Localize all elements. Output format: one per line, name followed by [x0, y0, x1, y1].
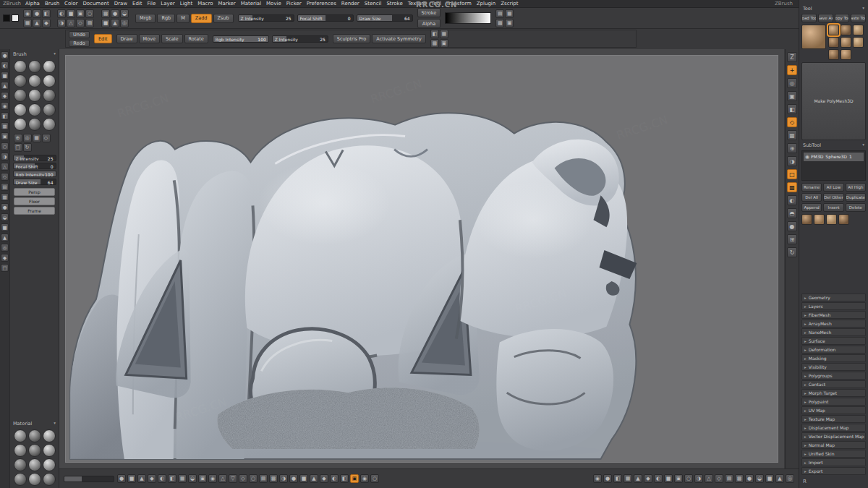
local-transform-icon[interactable]: ⊕ — [787, 143, 797, 153]
subtool-button[interactable]: All Low — [823, 183, 843, 192]
shelf-mini-icon[interactable]: ◒ — [120, 9, 129, 18]
subpalette-row[interactable]: ▸ Geometry — [801, 294, 866, 301]
brush-thumbnail[interactable] — [43, 103, 56, 116]
bottom-shelf-icon[interactable]: ◉ — [360, 474, 369, 483]
brush-shortcut-icon[interactable]: □ — [1, 264, 9, 272]
mode-button[interactable]: Zsub — [213, 14, 234, 23]
menu-item[interactable]: Document — [82, 1, 109, 7]
material-thumbnail[interactable] — [43, 444, 56, 457]
bottom-shelf-icon[interactable]: ◑ — [279, 474, 288, 483]
view-toggle-button[interactable]: Floor — [14, 197, 55, 205]
bottom-shelf-icon[interactable]: ■ — [299, 474, 308, 483]
brush-shortcut-icon[interactable]: ● — [1, 51, 9, 59]
recent-tool-thumbnail[interactable] — [841, 49, 851, 60]
bottom-shelf-icon[interactable]: ◐ — [158, 474, 166, 483]
bottom-shelf-icon[interactable]: ▦ — [178, 474, 187, 483]
tool-file-button[interactable]: Paste Tool — [851, 14, 866, 22]
view-toggle-button[interactable]: Persp — [14, 188, 55, 196]
brush-thumbnail[interactable] — [43, 89, 56, 102]
subtool-button[interactable]: Delete — [846, 203, 866, 212]
recent-tool-thumbnail[interactable] — [828, 37, 839, 48]
brush-shortcut-icon[interactable]: ◧ — [1, 112, 9, 120]
material-thumbnail[interactable] — [28, 429, 41, 442]
subpalette-row[interactable]: ▸ Texture Map — [801, 415, 866, 423]
bottom-shelf-icon[interactable]: ▣ — [674, 474, 683, 483]
brush-thumbnail[interactable] — [14, 103, 27, 116]
subtool-button[interactable]: Del All — [801, 193, 822, 202]
bottom-shelf-icon[interactable]: ◎ — [786, 474, 794, 483]
subpalette-row[interactable]: ▸ Displacement Map — [801, 424, 866, 432]
recent-tool-thumbnail[interactable] — [828, 49, 839, 60]
current-tool-thumbnail[interactable] — [801, 25, 826, 49]
bottom-shelf-icon[interactable]: ◒ — [188, 474, 197, 483]
subpalette-row[interactable]: ▸ Vector Displacement Map — [801, 432, 866, 440]
shelf-mini-icon[interactable]: ◇ — [76, 19, 85, 27]
bottom-shelf-icon[interactable]: ◉ — [208, 474, 217, 483]
brush-shortcut-icon[interactable]: ▲ — [1, 82, 9, 90]
aa-half-icon[interactable]: ◧ — [787, 104, 797, 114]
brush-shortcut-icon[interactable]: ◑ — [1, 153, 9, 160]
visibility-eye-icon[interactable]: ◉ — [805, 154, 809, 160]
shelf-mini-icon[interactable]: ▦ — [505, 9, 514, 18]
recent-tool-thumbnail[interactable] — [841, 25, 851, 35]
menu-item[interactable]: Stencil — [365, 1, 382, 7]
tool-file-button[interactable]: Save As — [818, 14, 833, 22]
make-polymesh-button[interactable]: Make PolyMesh3D — [801, 62, 866, 140]
shelf-mini-icon[interactable]: ◧ — [430, 30, 439, 38]
tool-mini-icon[interactable]: ◇ — [42, 134, 51, 142]
brush-thumbnail[interactable] — [43, 74, 56, 87]
subpalette-row[interactable]: ▸ Surface — [801, 337, 866, 345]
mid-thumbnail[interactable] — [826, 214, 837, 225]
bottom-shelf-icon[interactable]: ▲ — [137, 474, 146, 483]
zoom-doc-icon[interactable]: ◎ — [787, 78, 797, 88]
subpalette-row[interactable]: ▸ FiberMesh — [801, 311, 866, 319]
brush-shortcut-icon[interactable]: ◆ — [1, 92, 9, 100]
sculpt-viewport[interactable] — [66, 56, 778, 462]
subpalette-row[interactable]: ▸ Polygroups — [801, 372, 866, 380]
bottom-shelf-icon[interactable]: ● — [117, 474, 126, 483]
menu-item[interactable]: Draw — [114, 1, 127, 7]
brush-shortcut-icon[interactable]: △ — [1, 163, 9, 171]
history-button[interactable]: Redo — [69, 40, 90, 47]
brush-thumbnail[interactable] — [28, 60, 41, 73]
bottom-shelf-icon[interactable]: ▩ — [735, 474, 744, 483]
transform-button[interactable]: Rotate — [184, 34, 208, 43]
material-thumbnail[interactable] — [43, 473, 56, 486]
bottom-shelf-icon[interactable]: △ — [218, 474, 227, 483]
brush-thumbnail[interactable] — [43, 118, 56, 131]
bottom-shelf-icon[interactable]: ◧ — [168, 474, 176, 483]
picker-dropdown[interactable]: Alpha — [417, 19, 441, 28]
shelf-mini-icon[interactable]: △ — [67, 19, 75, 27]
mode-button[interactable]: Rgb — [157, 14, 175, 23]
shelf-mini-icon[interactable]: ▦ — [440, 30, 448, 38]
material-thumbnail[interactable] — [43, 429, 56, 442]
brush-shortcut-icon[interactable]: ◉ — [1, 102, 9, 110]
shelf-slider[interactable]: Focal Shift0 — [297, 14, 354, 22]
bottom-shelf-icon[interactable]: ◐ — [330, 474, 339, 483]
subpalette-row[interactable]: ▸ Polypaint — [801, 398, 866, 406]
alpha-gradient-strip[interactable] — [445, 12, 491, 24]
bottom-shelf-icon[interactable]: ● — [745, 474, 754, 483]
menu-item[interactable]: Color — [64, 1, 77, 7]
subtool-button[interactable]: Del Other — [823, 193, 843, 202]
brush-shortcut-icon[interactable]: ○ — [1, 142, 9, 150]
shelf-mini-icon[interactable]: ▲ — [111, 19, 119, 27]
menu-item[interactable]: Light — [180, 1, 192, 7]
shelf-slider[interactable]: Draw Size64 — [357, 14, 413, 22]
subtool-button[interactable]: Append — [801, 203, 822, 212]
bottom-shelf-icon[interactable]: ▤ — [725, 474, 733, 483]
frame-icon[interactable]: □ — [787, 169, 797, 179]
bottom-shelf-icon[interactable]: ◒ — [755, 474, 764, 483]
brush-shortcut-icon[interactable]: ◒ — [1, 213, 9, 221]
brush-shortcut-icon[interactable]: ▩ — [1, 193, 9, 201]
shelf-mini-icon[interactable]: ▩ — [495, 19, 504, 27]
brush-shortcut-icon[interactable]: ▤ — [1, 183, 9, 191]
tray-slider[interactable]: Focal Shift0 — [13, 163, 56, 169]
shelf-mini-icon[interactable]: ● — [33, 9, 41, 18]
persp-icon[interactable]: ◇ — [787, 117, 797, 127]
bottom-shelf-icon[interactable]: ◉ — [593, 474, 602, 483]
subpalette-row[interactable]: ▸ Deformation — [801, 346, 866, 354]
bottom-shelf-icon[interactable]: ◑ — [694, 474, 703, 483]
shelf-mini-icon[interactable]: ▣ — [505, 19, 514, 27]
collapse-icon[interactable]: ▾ — [54, 421, 56, 427]
